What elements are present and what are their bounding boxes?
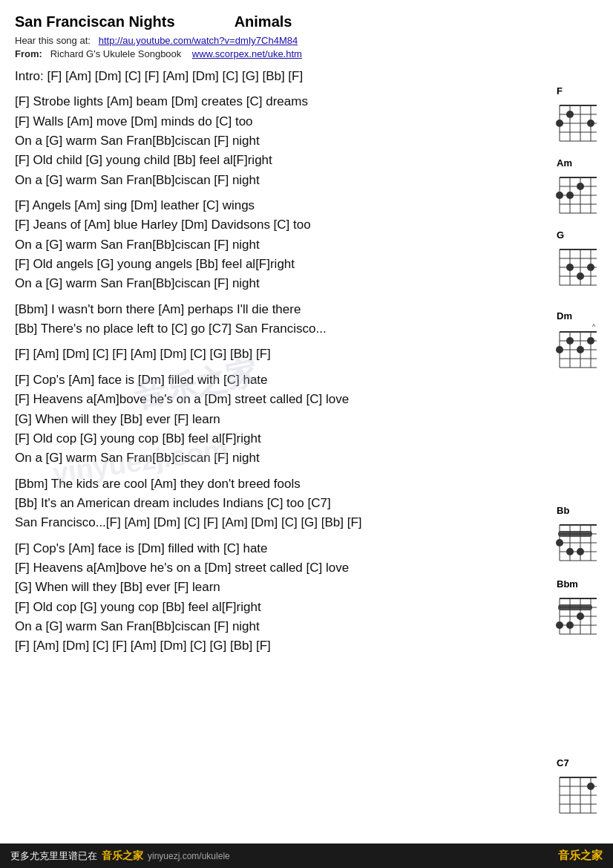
lyric-line: [F] Cop's [Am] face is [Dm] filled with … (15, 539, 505, 558)
lyric-line: On a [G] warm San Fran[Bb]ciscan [F] nig… (15, 235, 505, 255)
from-row: From: Richard G's Ukulele Songbook www.s… (15, 48, 598, 59)
svg-point-85 (587, 783, 594, 790)
svg-point-47 (566, 337, 574, 345)
chord-diagram-Am: Am (554, 157, 600, 219)
lyric-line: On a [G] warm San Fran[Bb]ciscan [F] nig… (15, 448, 505, 468)
lyric-line: [F] Jeans of [Am] blue Harley [Dm] David… (15, 215, 505, 235)
lyric-line: On a [G] warm San Fran[Bb]ciscan [F] nig… (15, 617, 505, 636)
lyric-line: [F] Old cop [G] young cop [Bb] feel al[F… (15, 598, 505, 617)
lyric-line: [F] Old child [G] young child [Bb] feel … (15, 151, 505, 170)
lyric-line: [F] Walls [Am] move [Dm] minds do [C] to… (15, 112, 505, 131)
svg-point-75 (577, 613, 584, 620)
lyric-line: [F] Heavens a[Am]bove he's on a [Dm] str… (15, 390, 505, 409)
lyric-line: On a [G] warm San Fran[Bb]ciscan [F] nig… (15, 274, 505, 293)
footer-bar: 更多尤克里里谱已在 音乐之家 yinyuezj.com/ukulele 音乐之家 (0, 843, 613, 868)
svg-point-22 (566, 192, 574, 199)
footer-url: yinyuezj.com/ukulele (148, 851, 230, 861)
chord-diagram-Bbm: Bbm (554, 578, 600, 642)
svg-point-73 (556, 621, 563, 629)
svg-point-21 (556, 192, 563, 199)
svg-point-46 (556, 346, 563, 353)
svg-point-61 (566, 548, 574, 555)
chord-grid-Bb (554, 516, 600, 568)
svg-rect-59 (558, 531, 592, 537)
svg-point-10 (566, 111, 574, 118)
svg-point-35 (587, 264, 594, 271)
svg-point-23 (577, 183, 584, 190)
lyric-line: San Francisco...[F] [Am] [Dm] [C] [F] [A… (15, 513, 505, 532)
svg-point-48 (577, 346, 584, 353)
chord-grid-Bbm (554, 590, 600, 642)
lyric-line: [G] When will they [Bb] ever [F] learn (15, 410, 505, 429)
hear-link[interactable]: http://au.youtube.com/watch?v=dmIy7Ch4M8… (99, 35, 298, 46)
lyric-line: [F] Cop's [Am] face is [Dm] filled with … (15, 371, 505, 390)
hear-row: Hear this song at: http://au.youtube.com… (15, 35, 598, 46)
footer-site-name: 音乐之家 (102, 849, 143, 863)
from-label: From: (15, 48, 42, 59)
chord-diagram-Bb: Bb (554, 505, 600, 568)
chord-grid-G (554, 241, 600, 300)
svg-point-33 (566, 264, 574, 271)
svg-point-34 (577, 273, 584, 280)
lyric-line: [G] When will they [Bb] ever [F] learn (15, 578, 505, 597)
lyric-line: [F] Old cop [G] young cop [Bb] feel al[F… (15, 429, 505, 448)
lyric-line: [Bbm] I wasn't born there [Am] perhaps I… (15, 300, 505, 319)
main-page: San Franciscan Nights Animals Hear this … (0, 0, 613, 664)
lyric-line: [F] Strobe lights [Am] beam [Dm] creates… (15, 92, 505, 111)
from-source: Richard G's Ukulele Songbook (50, 48, 182, 59)
lyric-line: [Bb] It's an American dream includes Ind… (15, 494, 505, 513)
chord-diagrams-col1: F Am (554, 85, 600, 380)
chord-diagram-Dm: Dm ^ (554, 310, 600, 377)
title-row: San Franciscan Nights Animals (15, 13, 598, 30)
lyric-line: [Bbm] The kids are cool [Am] they don't … (15, 474, 505, 494)
svg-point-74 (566, 621, 574, 629)
svg-rect-72 (558, 604, 592, 610)
svg-point-49 (587, 337, 594, 345)
chord-grid-F (554, 97, 600, 147)
footer-logo: 音乐之家 (558, 849, 603, 863)
chord-diagrams-col3: C7 (554, 757, 600, 823)
lyric-line: [F] [Am] [Dm] [C] [F] [Am] [Dm] [C] [G] … (15, 345, 505, 364)
from-link[interactable]: www.scorpex.net/uke.htm (192, 48, 302, 59)
svg-point-62 (577, 548, 584, 555)
chord-grid-Am (554, 169, 600, 219)
lyrics-area: Intro: [F] [Am] [Dm] [C] [F] [Am] [Dm] [… (15, 67, 505, 656)
svg-text:^: ^ (592, 323, 596, 330)
lyric-line: On a [G] warm San Fran[Bb]ciscan [F] nig… (15, 171, 505, 190)
chord-diagram-F: F (554, 85, 600, 147)
lyric-line: [Bb] There's no place left to [C] go [C7… (15, 319, 505, 339)
lyric-line: [F] [Am] [Dm] [C] [F] [Am] [Dm] [C] [G] … (15, 636, 505, 656)
svg-point-60 (556, 539, 563, 546)
chord-diagrams-col2: Bb Bbm (554, 505, 600, 645)
song-title: San Franciscan Nights (15, 13, 175, 30)
lyric-line: On a [G] warm San Fran[Bb]ciscan [F] nig… (15, 131, 505, 151)
svg-point-11 (587, 120, 594, 127)
chord-grid-Dm: ^ (554, 322, 600, 377)
footer-text: 更多尤克里里谱已在 (10, 849, 97, 863)
chord-grid-C7 (554, 769, 600, 820)
lyric-line: Intro: [F] [Am] [Dm] [C] [F] [Am] [Dm] [… (15, 67, 505, 86)
chord-diagram-G: G (554, 229, 600, 300)
lyric-line: [F] Angels [Am] sing [Dm] leather [C] wi… (15, 196, 505, 215)
lyric-line: [F] Old angels [G] young angels [Bb] fee… (15, 255, 505, 274)
artist-name: Animals (235, 13, 292, 30)
svg-point-9 (556, 120, 563, 127)
hear-label: Hear this song at: (15, 35, 91, 46)
lyric-line: [F] Heavens a[Am]bove he's on a [Dm] str… (15, 558, 505, 578)
chord-diagram-C7: C7 (554, 757, 600, 820)
